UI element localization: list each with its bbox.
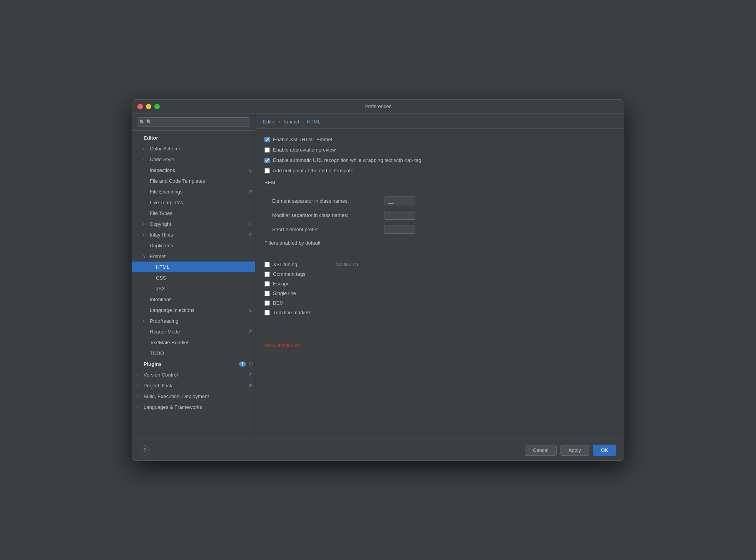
chevron-right-icon: › bbox=[137, 383, 142, 388]
bem-divider bbox=[264, 191, 615, 191]
filter-xsl-tuning-input[interactable] bbox=[264, 262, 270, 267]
bem-title: BEM bbox=[264, 180, 275, 185]
search-wrapper: 🔍 bbox=[137, 117, 250, 127]
sidebar-item-inlay-hints[interactable]: › Inlay Hints ⊟ bbox=[132, 229, 255, 240]
filter-trim-line-markers: Trim line markers bbox=[264, 310, 311, 315]
short-prefix-label: Short element prefix: bbox=[272, 227, 380, 232]
chevron-right-icon: › bbox=[143, 319, 148, 323]
sidebar-item-proofreading[interactable]: › Proofreading bbox=[132, 315, 255, 326]
sidebar-item-copyright[interactable]: › Copyright ⊟ bbox=[132, 218, 255, 229]
sidebar-item-file-encodings[interactable]: File Encodings ⊟ bbox=[132, 186, 255, 197]
checkbox-add-edit-point: Add edit point at the end of template bbox=[264, 168, 615, 173]
footer-left: ? bbox=[140, 445, 150, 455]
sidebar-item-label: Proofreading bbox=[150, 318, 255, 324]
ok-button[interactable]: OK bbox=[593, 445, 616, 456]
sidebar-item-code-style[interactable]: › Code Style bbox=[132, 154, 255, 165]
checkbox-enable-xml-html-input[interactable] bbox=[264, 137, 270, 142]
filter-single-line: Single line bbox=[264, 290, 311, 296]
checkbox-enable-auto-url: Enable automatic URL recognition while w… bbox=[264, 157, 615, 163]
sidebar-item-label: Emmet bbox=[150, 253, 255, 259]
sidebar-item-file-code-templates[interactable]: File and Code Templates bbox=[132, 175, 255, 186]
sidebar-item-label: HTML bbox=[156, 264, 255, 270]
bem-fields: Element separator in class names: Modifi… bbox=[272, 197, 615, 234]
filter-bem-input[interactable] bbox=[264, 300, 270, 306]
sidebar-item-language-injections[interactable]: Language Injections ⊟ bbox=[132, 305, 255, 315]
sidebar-item-label: Code Style bbox=[150, 157, 255, 162]
maximize-button[interactable] bbox=[154, 104, 160, 109]
sidebar-item-emmet[interactable]: ∨ Emmet bbox=[132, 251, 255, 262]
dialog-footer: ? Cancel Apply OK bbox=[132, 440, 624, 460]
element-sep-input[interactable] bbox=[385, 197, 415, 205]
chevron-right-icon: › bbox=[137, 405, 142, 409]
chevron-right-icon: › bbox=[143, 147, 148, 151]
form-row-modifier-sep: Modifier separator in class names: bbox=[272, 211, 615, 220]
sidebar-item-label: Editor bbox=[144, 135, 255, 141]
filter-trim-line-markers-label: Trim line markers bbox=[273, 310, 311, 315]
bem-section-header: BEM bbox=[264, 180, 615, 191]
sidebar-item-label: Inlay Hints bbox=[150, 232, 248, 238]
chevron-down-icon: ∨ bbox=[143, 254, 148, 259]
sidebar-item-color-scheme[interactable]: › Color Scheme bbox=[132, 143, 255, 154]
filter-single-line-input[interactable] bbox=[264, 291, 270, 296]
chevron-right-icon: › bbox=[143, 222, 148, 226]
sidebar-tree: Editor › Color Scheme › Code Style Inspe… bbox=[132, 131, 255, 440]
short-prefix-input[interactable] bbox=[385, 225, 415, 234]
filter-comment-tags-label: Comment tags bbox=[273, 271, 306, 277]
filters-container: XSL tuning Comment tags Escape bbox=[264, 262, 615, 319]
search-input[interactable] bbox=[137, 117, 250, 127]
sidebar-item-label: File Types bbox=[150, 210, 255, 216]
checkbox-enable-xml-html-label: Enable XML/HTML Emmet bbox=[273, 137, 332, 142]
sidebar-item-version-control[interactable]: › Version Control ⊟ bbox=[132, 369, 255, 380]
settings-icon: ⊟ bbox=[249, 189, 253, 194]
chevron-right-icon: › bbox=[143, 157, 148, 162]
sidebar-item-file-types[interactable]: File Types bbox=[132, 208, 255, 218]
sidebar-item-duplicates[interactable]: Duplicates bbox=[132, 240, 255, 251]
breadcrumb-html: HTML bbox=[307, 119, 320, 125]
settings-icon: ⊟ bbox=[249, 232, 253, 237]
checkbox-enable-abbr-preview: Enable abbreviation preview bbox=[264, 147, 615, 153]
sidebar-item-textmate-bundles[interactable]: TextMate Bundles bbox=[132, 337, 255, 348]
sidebar-item-label: Duplicates bbox=[150, 243, 255, 248]
filters-section: Filters enabled by default XSL tuning Co… bbox=[264, 240, 615, 319]
checkbox-enable-abbr-preview-input[interactable] bbox=[264, 147, 270, 153]
sidebar-item-label: Project: flask bbox=[144, 383, 248, 388]
minimize-button[interactable] bbox=[146, 104, 151, 109]
footer-right: Cancel Apply OK bbox=[525, 445, 616, 456]
search-box: 🔍 bbox=[132, 113, 255, 131]
filter-trim-line-markers-input[interactable] bbox=[264, 310, 270, 315]
sidebar-item-editor: Editor bbox=[132, 132, 255, 143]
sidebar-item-inspections[interactable]: Inspections ⊟ bbox=[132, 165, 255, 175]
sidebar-item-css[interactable]: CSS bbox=[132, 272, 255, 283]
sidebar-item-label: Plugins bbox=[144, 361, 238, 367]
modifier-sep-input[interactable] bbox=[385, 211, 415, 220]
apply-button[interactable]: Apply bbox=[560, 445, 589, 456]
modifier-sep-label: Modifier separator in class names: bbox=[272, 212, 380, 218]
sidebar-item-reader-mode[interactable]: Reader Mode ⊟ bbox=[132, 326, 255, 337]
checkbox-enable-auto-url-input[interactable] bbox=[264, 158, 270, 163]
settings-icon: ⊟ bbox=[249, 362, 253, 367]
sidebar-item-project-flask[interactable]: › Project: flask ⊟ bbox=[132, 380, 255, 391]
title-bar: Preferences bbox=[132, 100, 624, 113]
sidebar: 🔍 Editor › Color Scheme › Code Style bbox=[132, 113, 255, 440]
settings-icon: ⊟ bbox=[249, 383, 253, 388]
checkbox-add-edit-point-input[interactable] bbox=[264, 168, 270, 173]
cancel-button[interactable]: Cancel bbox=[525, 445, 556, 456]
help-button[interactable]: ? bbox=[140, 445, 150, 455]
sidebar-item-jsx[interactable]: JSX bbox=[132, 283, 255, 294]
sidebar-item-label: Reader Mode bbox=[150, 329, 248, 335]
sidebar-item-html[interactable]: HTML bbox=[132, 262, 255, 272]
sidebar-item-intentions[interactable]: Intentions bbox=[132, 294, 255, 305]
filter-comment-tags-input[interactable] bbox=[264, 272, 270, 277]
sidebar-item-todo[interactable]: TODO bbox=[132, 348, 255, 358]
filter-escape-label: Escape bbox=[273, 281, 289, 287]
sidebar-item-build-execution[interactable]: › Build, Execution, Deployment bbox=[132, 391, 255, 402]
watermark-center: javatiku.cn bbox=[335, 262, 358, 319]
settings-icon: ⊟ bbox=[249, 372, 253, 377]
sidebar-item-label: Inspections bbox=[150, 167, 248, 173]
sidebar-item-live-templates[interactable]: Live Templates bbox=[132, 197, 255, 208]
sidebar-item-languages-frameworks[interactable]: › Languages & Frameworks bbox=[132, 402, 255, 412]
filter-escape-input[interactable] bbox=[264, 281, 270, 287]
sidebar-item-label: JSX bbox=[156, 286, 255, 292]
sidebar-item-label: File and Code Templates bbox=[150, 178, 255, 184]
close-button[interactable] bbox=[137, 104, 143, 109]
